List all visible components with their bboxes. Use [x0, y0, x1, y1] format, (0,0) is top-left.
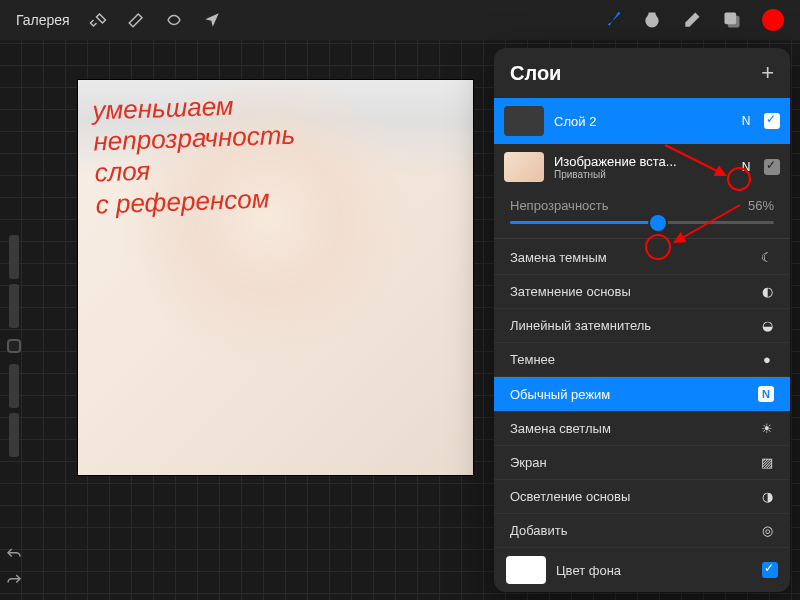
- blend-mode-color-dodge[interactable]: Осветление основы◑: [494, 480, 790, 514]
- layer-blend-badge[interactable]: N: [738, 114, 754, 128]
- active-color-swatch[interactable]: [762, 9, 784, 31]
- select-icon[interactable]: [164, 10, 184, 30]
- brush-size-slider[interactable]: [9, 235, 19, 279]
- bottom-rail: [4, 546, 24, 590]
- blend-mode-darken[interactable]: Замена темным☾: [494, 241, 790, 275]
- eraser-icon[interactable]: [682, 10, 702, 30]
- layer-info: Изображение вста... Приватный: [554, 154, 728, 180]
- adjust-icon[interactable]: [88, 10, 108, 30]
- linear-burn-icon: ◒: [760, 319, 774, 333]
- background-color-row[interactable]: Цвет фона: [494, 548, 790, 592]
- blend-label: Линейный затемнитель: [510, 318, 651, 333]
- move-icon[interactable]: [202, 10, 222, 30]
- burn-icon: ◐: [760, 285, 774, 299]
- layers-icon[interactable]: [722, 10, 742, 30]
- brush-size-slider-2[interactable]: [9, 284, 19, 328]
- gallery-link[interactable]: Галерея: [16, 12, 70, 28]
- blend-mode-normal[interactable]: Обычный режимN: [494, 377, 790, 412]
- opacity-slider[interactable]: [510, 221, 774, 224]
- opacity-label: Непрозрачность: [510, 198, 609, 213]
- blend-label: Обычный режим: [510, 387, 610, 402]
- sun-icon: ☀: [760, 422, 774, 436]
- undo-icon[interactable]: [4, 546, 24, 564]
- dodge-icon: ◑: [760, 490, 774, 504]
- layer-blend-badge[interactable]: N: [738, 160, 754, 174]
- topbar-left: Галерея: [16, 10, 222, 30]
- smudge-icon[interactable]: [642, 10, 662, 30]
- blend-mode-screen[interactable]: Экран▨: [494, 446, 790, 480]
- redo-icon[interactable]: [4, 572, 24, 590]
- divider: [494, 238, 790, 239]
- blend-mode-darker[interactable]: Темнее●: [494, 343, 790, 377]
- layer-subtitle: Приватный: [554, 169, 728, 180]
- opacity-slider-rail[interactable]: [9, 364, 19, 408]
- handwriting-annotation: уменьшаем непрозрачность слоя с референс…: [92, 89, 298, 221]
- canvas[interactable]: уменьшаем непрозрачность слоя с референс…: [78, 80, 473, 475]
- layer-visibility-checkbox[interactable]: [764, 113, 780, 129]
- blend-label: Добавить: [510, 523, 567, 538]
- topbar: Галерея: [0, 0, 800, 40]
- layer-info: Слой 2: [554, 114, 728, 129]
- blend-mode-linear-burn[interactable]: Линейный затемнитель◒: [494, 309, 790, 343]
- layer-row[interactable]: Изображение вста... Приватный N: [494, 144, 790, 190]
- layers-panel: Слои + Слой 2 N Изображение вста... Прив…: [494, 48, 790, 592]
- background-label: Цвет фона: [556, 563, 752, 578]
- left-sidebar: [2, 235, 26, 457]
- wand-icon[interactable]: [126, 10, 146, 30]
- brush-icon[interactable]: [602, 10, 622, 30]
- opacity-slider-rail-2[interactable]: [9, 413, 19, 457]
- opacity-control: Непрозрачность 56%: [494, 190, 790, 238]
- blend-label: Замена светлым: [510, 421, 611, 436]
- opacity-value: 56%: [748, 198, 774, 213]
- background-swatch[interactable]: [506, 556, 546, 584]
- layer-name: Слой 2: [554, 114, 728, 129]
- modify-button[interactable]: [7, 339, 21, 353]
- layer-row[interactable]: Слой 2 N: [494, 98, 790, 144]
- layer-thumbnail: [504, 106, 544, 136]
- slider-fill: [510, 221, 658, 224]
- blend-label: Осветление основы: [510, 489, 630, 504]
- blend-label: Замена темным: [510, 250, 607, 265]
- blend-mode-color-burn[interactable]: Затемнение основы◐: [494, 275, 790, 309]
- layer-visibility-checkbox[interactable]: [764, 159, 780, 175]
- add-icon: ◎: [760, 524, 774, 538]
- topbar-right: [602, 9, 784, 31]
- background-visibility-checkbox[interactable]: [762, 562, 778, 578]
- layer-thumbnail: [504, 152, 544, 182]
- blend-mode-add[interactable]: Добавить◎: [494, 514, 790, 548]
- screen-icon: ▨: [760, 456, 774, 470]
- normal-badge-icon: N: [758, 386, 774, 402]
- layer-name: Изображение вста...: [554, 154, 728, 169]
- moon-icon: ☾: [760, 251, 774, 265]
- add-layer-icon[interactable]: +: [761, 60, 774, 86]
- darker-icon: ●: [760, 353, 774, 367]
- svg-rect-1: [728, 16, 740, 28]
- panel-title: Слои: [510, 62, 561, 85]
- panel-header: Слои +: [494, 48, 790, 98]
- blend-label: Затемнение основы: [510, 284, 631, 299]
- blend-label: Экран: [510, 455, 547, 470]
- blend-mode-lighten[interactable]: Замена светлым☀: [494, 412, 790, 446]
- blend-label: Темнее: [510, 352, 555, 367]
- slider-knob[interactable]: [650, 215, 666, 231]
